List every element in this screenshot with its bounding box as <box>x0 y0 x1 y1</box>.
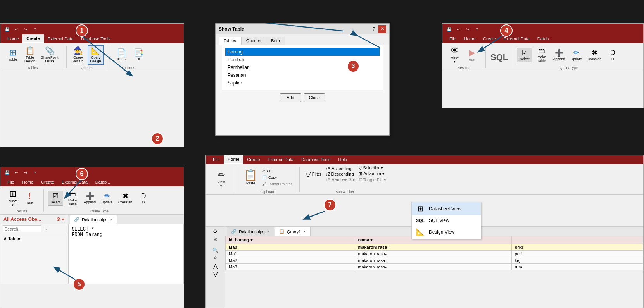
tab-create-4[interactable]: Create <box>37 178 58 186</box>
btn-d-3[interactable]: D D <box>605 48 620 62</box>
btn-table-1[interactable]: ⊞ Table <box>5 47 21 63</box>
th-id-barang[interactable]: id_barang ▾ <box>226 236 355 244</box>
search-arrow-icon[interactable]: → <box>43 226 48 232</box>
save-icon-4[interactable]: 💾 <box>3 169 10 176</box>
btn-query-wizard-1[interactable]: 🧙 QueryWizard <box>71 46 86 64</box>
btn-filter-5[interactable]: ▽ Filter <box>304 169 323 179</box>
tab-create-5[interactable]: Create <box>243 155 264 164</box>
tab-home-3[interactable]: Home <box>460 34 479 43</box>
nav-arrow-down-icon[interactable]: ⋁ <box>213 271 218 277</box>
btn-update-3[interactable]: ✏ Update <box>568 48 584 62</box>
btn-run-4[interactable]: ! Run <box>22 191 38 206</box>
tab-home-1[interactable]: Home <box>3 34 22 43</box>
btn-remove-sort-5[interactable]: ↕A Remove Sort <box>325 177 356 182</box>
dialog-tab-queries[interactable]: Queries <box>241 37 266 45</box>
redo-icon-4[interactable]: ↪ <box>22 169 29 176</box>
btn-form2-1[interactable]: 📑 F <box>131 48 147 62</box>
btn-query-design-1[interactable]: 📐 QueryDesign <box>88 45 104 65</box>
nav-down-icon[interactable]: ⌕ <box>214 255 217 260</box>
doc-tab-relationships-4[interactable]: 🔗 Relationships ✕ <box>70 215 117 224</box>
undo-icon-1[interactable]: ↩ <box>13 26 20 33</box>
nav-arrow-icon[interactable]: ⋀ <box>213 263 218 269</box>
save-icon-3[interactable]: 💾 <box>445 26 452 33</box>
btn-selection-5[interactable]: ▽ Selection▾ <box>359 165 386 170</box>
btn-toggle-filter-5[interactable]: ▽ Toggle Filter <box>359 177 386 182</box>
btn-copy-5[interactable]: 📄 Copy <box>261 174 294 180</box>
close-button[interactable]: ✕ <box>378 25 386 33</box>
redo-icon-3[interactable]: ↪ <box>464 26 471 33</box>
tab-help-5[interactable]: Help <box>335 155 351 164</box>
btn-append-4[interactable]: ➕ Append <box>82 191 98 205</box>
dropdown-icon-3[interactable]: ▾ <box>473 26 480 33</box>
btn-select-3[interactable]: ☑ Select <box>517 48 532 62</box>
menu-item-design[interactable]: 📐 Design View <box>412 225 481 239</box>
tab-db-5[interactable]: Database Tools <box>297 155 335 164</box>
tab-external-data-1[interactable]: External Data <box>44 34 78 43</box>
list-item-pesanan[interactable]: Pesanan <box>225 71 380 79</box>
doc-tab-relationships-5[interactable]: 🔗 Relationships ✕ <box>227 227 274 236</box>
redo-icon-1[interactable]: ↪ <box>22 26 29 33</box>
list-item-suplier[interactable]: Suplier <box>225 79 380 87</box>
btn-select-4[interactable]: ☑ Select <box>48 191 63 206</box>
btn-ascending-5[interactable]: ↑A Ascending <box>325 166 356 171</box>
list-item-barang[interactable]: Barang <box>225 48 380 56</box>
btn-crosstab-3[interactable]: ✖ Crosstab <box>585 48 603 62</box>
tab-file-3[interactable]: File <box>445 34 460 43</box>
nav-refresh-icon[interactable]: ⟳ <box>213 228 218 234</box>
nav-up-icon[interactable]: 🔍 <box>212 248 218 253</box>
undo-icon-3[interactable]: ↩ <box>455 26 462 33</box>
btn-form-1[interactable]: 📄 Form <box>114 48 129 62</box>
close-rel-tab-5[interactable]: ✕ <box>267 230 270 234</box>
expand-icon[interactable]: ⊙ <box>56 216 60 222</box>
tab-db-4[interactable]: Datab... <box>92 178 114 186</box>
btn-make-table-3[interactable]: 🗃 MakeTable <box>534 46 549 64</box>
d-icon-4: D <box>141 193 146 200</box>
dropdown-icon-1[interactable]: ▾ <box>31 26 38 33</box>
save-icon-1[interactable]: 💾 <box>3 26 10 33</box>
nav-expand-icon[interactable]: « <box>214 236 217 242</box>
btn-paste-5[interactable]: 📋 Paste <box>242 169 259 186</box>
dialog-tab-both[interactable]: Both <box>266 37 285 45</box>
tab-home-5[interactable]: Home <box>224 155 243 164</box>
btn-format-painter-5[interactable]: 🖌 Format Painter <box>261 181 294 187</box>
btn-cut-5[interactable]: ✂ Cut <box>261 168 294 174</box>
btn-advanced-5[interactable]: ⊞ Advanced▾ <box>359 171 386 176</box>
btn-run-3[interactable]: ▶ Run <box>464 47 480 63</box>
th-extra[interactable] <box>511 236 643 244</box>
tab-external-4[interactable]: External Data <box>58 178 92 186</box>
btn-update-4[interactable]: ✏ Update <box>99 191 115 205</box>
close-relationships-tab[interactable]: ✕ <box>110 218 113 222</box>
tab-external-5[interactable]: External Data <box>264 155 297 164</box>
tab-file-4[interactable]: File <box>3 178 18 186</box>
sidebar-section-tables[interactable]: ∧ Tables <box>0 234 68 243</box>
tab-create-3[interactable]: Create <box>479 34 500 43</box>
collapse-icon[interactable]: « <box>62 216 65 222</box>
tab-home-4[interactable]: Home <box>18 178 37 186</box>
btn-table-design-1[interactable]: 📋 TableDesign <box>22 46 38 64</box>
search-input-4[interactable] <box>3 225 41 232</box>
tab-file-5[interactable]: File <box>209 155 224 164</box>
btn-d-4[interactable]: D D <box>136 191 151 205</box>
btn-view-5[interactable]: ✏ View▾ <box>211 170 232 189</box>
undo-icon-4[interactable]: ↩ <box>13 169 20 176</box>
btn-sharepoint-1[interactable]: 📎 SharePointLists▾ <box>39 46 60 64</box>
btn-append-3[interactable]: ➕ Append <box>551 48 567 62</box>
menu-item-sql[interactable]: SQL SQL View <box>412 215 481 225</box>
btn-make-table-4[interactable]: 🗃 MakeTable <box>65 189 80 207</box>
btn-view-4[interactable]: ⊞ View▾ <box>5 189 21 208</box>
menu-item-datasheet[interactable]: ⊞ Datasheet View <box>412 202 481 215</box>
close-dialog-button[interactable]: Close <box>304 93 325 102</box>
close-query1-tab-5[interactable]: ✕ <box>303 230 306 234</box>
help-icon[interactable]: ? <box>373 26 375 32</box>
btn-crosstab-4[interactable]: ✖ Crosstab <box>116 191 134 205</box>
tab-create-1[interactable]: Create <box>22 34 43 43</box>
btn-descending-5[interactable]: ↓Z Descending <box>325 172 356 176</box>
add-button[interactable]: Add <box>280 93 301 102</box>
tab-db-3[interactable]: Datab... <box>534 34 556 43</box>
advanced-icon-5: ⊞ <box>359 171 362 176</box>
btn-view-3[interactable]: 👁 View▾ <box>447 45 463 65</box>
dialog-tab-tables[interactable]: Tables <box>219 37 241 45</box>
doc-tab-query1-5[interactable]: 📋 Query1 ✕ <box>275 227 311 236</box>
dropdown-icon-4[interactable]: ▾ <box>31 169 38 176</box>
btn-update-label-4: Update <box>102 200 113 204</box>
